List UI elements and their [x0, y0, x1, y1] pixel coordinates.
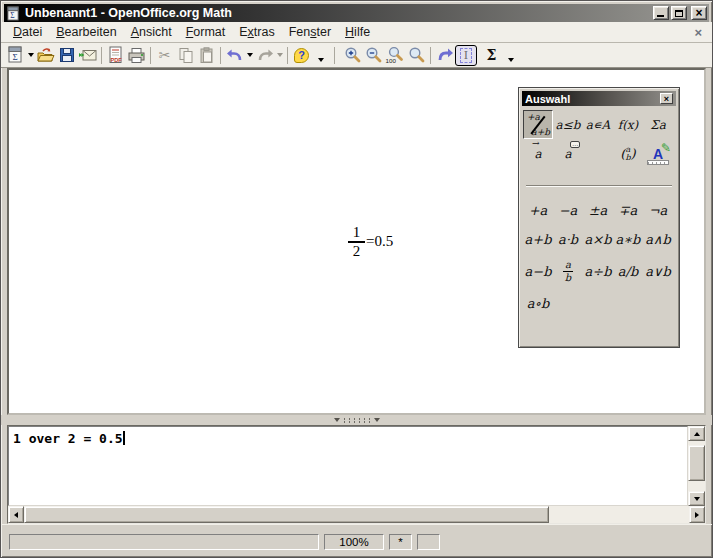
- redo-button[interactable]: [254, 45, 275, 66]
- command-input[interactable]: 1 over 2 = 0.5: [8, 426, 688, 506]
- scroll-down-button[interactable]: [688, 491, 705, 506]
- document-close-button[interactable]: ×: [688, 25, 708, 40]
- menu-datei[interactable]: Datei: [6, 23, 49, 41]
- symbol-a-ast-b[interactable]: a∗b: [613, 225, 643, 254]
- zoom-out-button[interactable]: [363, 45, 384, 66]
- symbol-minusplus-a[interactable]: ∓a: [613, 196, 643, 225]
- symbol-a-circ-b[interactable]: a∘b: [523, 289, 553, 318]
- refresh-button[interactable]: [434, 45, 455, 66]
- formula-cursor-icon: I: [460, 48, 472, 63]
- paste-button[interactable]: [196, 45, 217, 66]
- undo-dropdown[interactable]: [245, 45, 254, 66]
- zoom-button[interactable]: [406, 45, 427, 66]
- category-attributes[interactable]: → a: [523, 139, 553, 168]
- symbol-a-over-b[interactable]: a b: [553, 254, 583, 289]
- selection-panel-titlebar[interactable]: Auswahl ×: [522, 91, 676, 106]
- symbol-a-slash-b[interactable]: a/b: [613, 254, 643, 289]
- undo-button[interactable]: [224, 45, 245, 66]
- symbol-a-or-b[interactable]: a∨b: [643, 254, 673, 289]
- symbol-a-plus-b[interactable]: a+b: [523, 225, 553, 254]
- vertical-scrollbar-track[interactable]: [688, 481, 705, 491]
- new-document-dropdown[interactable]: [26, 45, 35, 66]
- category-formats[interactable]: A ✎: [643, 139, 673, 168]
- help-button[interactable]: ?: [291, 45, 312, 66]
- ruler-icon: [647, 160, 669, 165]
- category-set-operations[interactable]: a∊A: [583, 110, 613, 139]
- symbol-a-times-b[interactable]: a×b: [583, 225, 613, 254]
- dropdown-arrow-icon: [28, 53, 34, 57]
- close-button[interactable]: ×: [691, 6, 707, 20]
- command-horizontal-scrollbar[interactable]: [8, 506, 705, 523]
- toolbar-separator: [334, 47, 335, 64]
- print-button[interactable]: [126, 45, 147, 66]
- symbol-neg-a[interactable]: ¬a: [643, 196, 673, 225]
- copy-button[interactable]: [175, 45, 196, 66]
- menu-ansicht[interactable]: Ansicht: [124, 23, 179, 41]
- category-functions[interactable]: f(x): [613, 110, 643, 139]
- view-splitter[interactable]: [1, 415, 712, 425]
- dropdown-arrow-icon: [247, 53, 253, 57]
- scroll-up-button[interactable]: [688, 426, 705, 441]
- symbol-a-div-b[interactable]: a÷b: [583, 254, 613, 289]
- category-brackets[interactable]: ( a b ): [613, 139, 643, 168]
- status-zoom-panel[interactable]: 100%: [324, 534, 384, 550]
- minimize-button[interactable]: [653, 6, 669, 20]
- menu-hilfe[interactable]: Hilfe: [338, 23, 377, 41]
- command-vertical-scrollbar[interactable]: [688, 426, 705, 506]
- toolbar: Σ: [1, 43, 712, 68]
- menu-extras[interactable]: Extras: [232, 23, 281, 41]
- toolbar-overflow-button[interactable]: [315, 45, 327, 66]
- category-operators[interactable]: Σa: [643, 110, 673, 139]
- frame-gap: [1, 524, 712, 531]
- menu-fenster[interactable]: Fenster: [282, 23, 338, 41]
- status-message-panel: [9, 534, 319, 550]
- formula-view[interactable]: 1 2 =0.5 Auswahl × +a a+b a≤b a∊A f(x): [7, 68, 706, 415]
- new-document-icon: Σ: [7, 46, 24, 64]
- splitter-arrow-icon: [334, 418, 340, 422]
- symbol-a-minus-b[interactable]: a−b: [523, 254, 553, 289]
- rendered-formula: 1 2 =0.5: [348, 225, 393, 259]
- category-unary-binary[interactable]: +a a+b: [523, 110, 553, 139]
- symbols-catalog-button[interactable]: Σ: [481, 45, 502, 66]
- new-document-button[interactable]: Σ: [5, 45, 26, 66]
- open-button[interactable]: [35, 45, 56, 66]
- arrow-down-icon: [694, 497, 700, 501]
- menu-bar: Datei Bearbeiten Ansicht Format Extras F…: [1, 22, 712, 43]
- close-icon: ×: [695, 8, 702, 18]
- splitter-arrow-icon: [374, 418, 380, 422]
- symbol-plus-a[interactable]: +a: [523, 196, 553, 225]
- scroll-right-button[interactable]: [689, 506, 705, 523]
- symbol-grid: +a −a ±a ∓a ¬a a+b a·b a×b a∗b a∧b a−b a…: [523, 196, 676, 318]
- menu-format[interactable]: Format: [179, 23, 233, 41]
- email-button[interactable]: [77, 45, 98, 66]
- redo-dropdown[interactable]: [275, 45, 284, 66]
- redo-arrow-icon: [256, 47, 274, 63]
- zoom-in-button[interactable]: [342, 45, 363, 66]
- zoom-100-button[interactable]: 100: [384, 45, 406, 66]
- selection-panel-close-button[interactable]: ×: [660, 93, 673, 104]
- symbol-minus-a[interactable]: −a: [553, 196, 583, 225]
- overflow-arrow-icon: [318, 58, 324, 62]
- scroll-left-button[interactable]: [8, 506, 24, 523]
- cut-button[interactable]: ✂: [154, 45, 175, 66]
- symbol-plusminus-a[interactable]: ±a: [583, 196, 613, 225]
- symbol-a-and-b[interactable]: a∧b: [643, 225, 673, 254]
- export-pdf-button[interactable]: PDF: [105, 45, 126, 66]
- maximize-icon: [675, 10, 683, 17]
- svg-text:Σ: Σ: [13, 52, 18, 62]
- toolbar-separator: [287, 47, 288, 64]
- save-floppy-icon: [59, 47, 75, 63]
- zoom-in-icon: [344, 46, 362, 64]
- save-button[interactable]: [56, 45, 77, 66]
- category-others[interactable]: a ⋯: [553, 139, 583, 168]
- vertical-scrollbar-thumb[interactable]: [688, 445, 705, 481]
- maximize-button[interactable]: [671, 6, 687, 20]
- symbol-a-cdot-b[interactable]: a·b: [553, 225, 583, 254]
- menu-bearbeiten[interactable]: Bearbeiten: [49, 23, 123, 41]
- toolbar-overflow-button[interactable]: [505, 45, 517, 66]
- formula-cursor-toggle[interactable]: I: [455, 45, 477, 66]
- status-extra-panel: [417, 534, 440, 550]
- horizontal-scrollbar-track[interactable]: [549, 506, 689, 523]
- category-relations[interactable]: a≤b: [553, 110, 583, 139]
- horizontal-scrollbar-thumb[interactable]: [24, 506, 549, 523]
